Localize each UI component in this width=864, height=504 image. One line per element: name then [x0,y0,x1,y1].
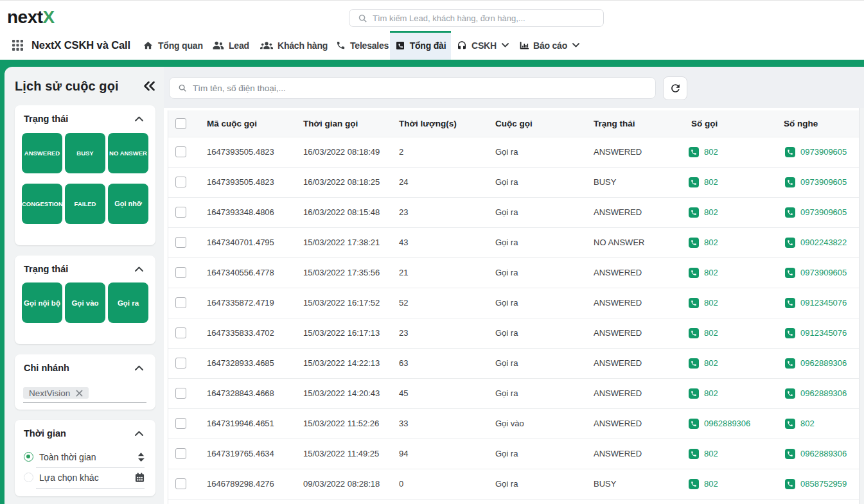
cell-duration: 94 [399,439,495,469]
row-checkbox[interactable] [175,207,186,218]
nav-item-4[interactable]: Telesales [336,31,389,60]
caller-number[interactable]: 802 [704,388,718,398]
table-scrollbar[interactable] [859,108,864,504]
caller-number[interactable]: 0962889306 [704,419,750,428]
nav-item-1[interactable]: Tổng quan [143,31,203,60]
chevron-up-icon[interactable] [135,116,143,121]
caller-number[interactable]: 802 [704,328,718,338]
caller-number[interactable]: 802 [704,298,718,308]
callee-number[interactable]: 0973909605 [800,268,847,277]
global-search-input[interactable] [373,13,603,23]
table-search-input[interactable] [193,83,655,93]
app-launcher-icon[interactable] [12,40,23,51]
chevron-up-icon[interactable] [135,365,143,370]
collapse-sidebar-icon[interactable] [143,81,155,91]
row-checkbox[interactable] [175,267,186,278]
table-row[interactable]: 1647335872.4719 15/03/2022 16:17:52 52 G… [168,288,859,318]
callee-number[interactable]: 0902243822 [800,238,847,247]
app-title: NextX CSKH và Call [31,39,130,51]
sort-icon[interactable] [137,453,145,462]
row-checkbox[interactable] [175,327,186,338]
callee-number[interactable]: 802 [800,419,815,428]
table-row[interactable]: 1647393505.4823 16/03/2022 08:18:25 24 G… [168,167,859,197]
table-row[interactable]: 1647319765.4634 15/03/2022 11:49:25 94 G… [168,439,859,469]
caller-number[interactable]: 802 [704,238,718,247]
filter-button[interactable]: BUSY [65,133,105,173]
nav-item-6[interactable]: CSKH [457,31,509,60]
cell-status: BUSY [594,167,691,197]
table-row[interactable]: 1647328933.4685 15/03/2022 14:22:13 63 G… [168,348,859,378]
cell-call-id: 1647393348.4806 [207,197,303,227]
caller-number[interactable]: 802 [704,147,718,157]
filter-button[interactable]: CONGESTION [22,184,62,224]
filter-button[interactable]: Gọi vào [65,282,105,323]
table-row[interactable]: 1647340556.4778 15/03/2022 17:35:56 21 G… [168,257,859,288]
table-search[interactable] [169,77,656,99]
callee-number[interactable]: 0962889306 [800,388,847,398]
close-icon[interactable] [76,390,83,397]
row-checkbox[interactable] [175,237,186,248]
row-checkbox[interactable] [175,146,186,157]
nav-item-3[interactable]: Khách hàng [260,31,328,60]
time-option[interactable]: Toàn thời gian [15,448,155,467]
calendar-icon[interactable] [135,473,145,483]
filter-button[interactable]: FAILED [65,184,105,224]
time-option-label: Lựa chọn khác [39,473,135,483]
filter-button[interactable]: NO ANSWER [108,133,148,173]
callee-number[interactable]: 0973909605 [800,147,847,157]
callee-number[interactable]: 0858752959 [800,479,847,489]
radio-selected[interactable] [24,452,33,462]
cell-call-type: Gọi ra [495,227,594,257]
filter-button[interactable]: Gọi nhỡ [108,184,148,224]
time-option-label: Toàn thời gian [39,452,137,462]
time-option[interactable]: Lựa chọn khác [15,468,155,487]
table-row[interactable]: 1647319946.4651 15/03/2022 11:52:26 33 G… [168,408,859,439]
select-all-checkbox[interactable] [175,118,186,129]
filter-button[interactable]: ANSWERED [22,133,62,173]
caller-number[interactable]: 802 [704,268,718,277]
filter-button[interactable]: Gọi ra [108,282,148,323]
table-row[interactable]: 1647328843.4668 15/03/2022 14:20:43 45 G… [168,378,859,408]
content-background: Lịch sử cuộc gọi Trạng tháiANSWEREDBUSYN… [0,60,864,504]
table-row[interactable]: 1647393505.4823 16/03/2022 08:18:49 2 Gọ… [168,137,859,167]
caller-number[interactable]: 802 [704,449,718,458]
nav-item-7[interactable]: Báo cáo [520,31,579,60]
callee-number[interactable]: 0973909605 [800,177,847,187]
chevron-up-icon[interactable] [135,266,143,272]
row-checkbox[interactable] [175,418,186,429]
filter-button[interactable]: Gọi nội bộ [22,282,62,323]
row-checkbox[interactable] [175,297,186,308]
callee-number[interactable]: 0962889306 [800,358,847,368]
filter-card-4: Thời gianToàn thời gianLựa chọn khác [15,420,155,496]
row-checkbox[interactable] [175,358,186,369]
table-row[interactable]: 1647340701.4795 15/03/2022 17:38:21 43 G… [168,227,859,257]
caller-number[interactable]: 802 [704,358,718,368]
caller-number[interactable]: 802 [704,207,718,217]
global-search[interactable] [349,9,604,27]
caller-number[interactable]: 802 [704,177,718,187]
row-checkbox[interactable] [175,177,186,187]
callee-number[interactable]: 0912345076 [800,298,847,308]
row-checkbox[interactable] [175,388,186,399]
cell-call-time: 09/03/2022 08:28:18 [303,469,399,499]
nextx-logo[interactable]: nextX [7,7,55,28]
row-checkbox[interactable] [175,448,186,459]
cell-call-id: 1647335872.4719 [207,288,303,318]
table-row[interactable]: 1647335833.4702 15/03/2022 16:17:13 23 G… [168,318,859,348]
table-row[interactable]: 1647393348.4806 16/03/2022 08:15:48 23 G… [168,197,859,227]
callee-number[interactable]: 0962889306 [800,449,847,458]
chevron-up-icon[interactable] [135,431,143,436]
callee-number[interactable]: 0912345076 [800,328,847,338]
table-row[interactable]: 1646789298.4276 09/03/2022 08:28:18 0 Gọ… [168,469,859,499]
nav-item-label: Tổng quan [158,40,203,51]
radio-unselected[interactable] [24,473,33,482]
row-checkbox[interactable] [175,478,186,489]
nav-item-5[interactable]: Tổng đài [390,31,451,60]
column-header-caller: Số gọi [691,110,784,137]
caller-number[interactable]: 802 [704,479,718,489]
refresh-button[interactable] [663,76,687,100]
phone-icon [689,328,699,338]
nav-item-2[interactable]: Lead [212,31,249,60]
callee-number[interactable]: 0973909605 [800,207,847,217]
nav-item-label: Khách hàng [278,40,328,51]
